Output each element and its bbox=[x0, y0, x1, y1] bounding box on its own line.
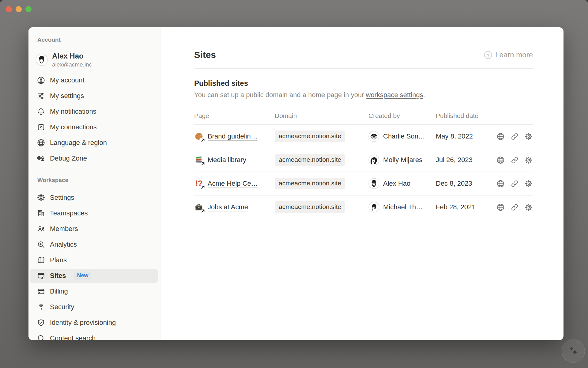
account-user[interactable]: Alex Hao alex@acme.inc bbox=[30, 51, 158, 68]
gear-icon[interactable] bbox=[525, 132, 533, 141]
bell-icon bbox=[37, 107, 45, 116]
minimize-window-button[interactable] bbox=[16, 6, 22, 12]
sidebar-item-analytics[interactable]: Analytics bbox=[30, 237, 158, 252]
site-page-link[interactable]: Media library bbox=[208, 156, 246, 164]
sidebar-item-label: Plans bbox=[50, 256, 67, 264]
sidebar-item-my-notifications[interactable]: My notifications bbox=[30, 104, 158, 119]
column-header-page: Page bbox=[194, 112, 275, 120]
sidebar-item-my-account[interactable]: My account bbox=[30, 73, 158, 87]
globe-icon[interactable] bbox=[496, 203, 505, 211]
sidebar-item-label: Billing bbox=[50, 287, 68, 295]
published-date: May 8, 2022 bbox=[436, 132, 490, 140]
table-row: Media library acmeacme.notion.site Molly… bbox=[194, 148, 533, 172]
globe-icon bbox=[37, 138, 45, 147]
shapes-icon bbox=[37, 154, 45, 163]
credit-card-icon bbox=[37, 287, 45, 296]
published-date: Feb 28, 2021 bbox=[436, 203, 490, 211]
sidebar-item-label: Security bbox=[50, 303, 74, 311]
created-by-name: Molly Mijares bbox=[383, 156, 422, 164]
site-page-link[interactable]: Acme Help Ce… bbox=[208, 180, 258, 188]
settings-sidebar: Account Alex Hao alex@acme.inc bbox=[28, 27, 160, 340]
sites-settings-panel: Sites ? Learn more Published sites You c… bbox=[160, 27, 564, 340]
search-sparkle-icon bbox=[37, 240, 45, 249]
sidebar-item-label: Identity & provisioning bbox=[50, 319, 116, 327]
molly-avatar bbox=[368, 154, 379, 165]
michael-avatar bbox=[368, 202, 379, 213]
palette-icon bbox=[194, 132, 203, 141]
table-header-row: Page Domain Created by Published date bbox=[194, 107, 533, 125]
sparkles-icon bbox=[567, 344, 580, 358]
sidebar-item-label: Language & region bbox=[50, 139, 107, 147]
external-link-arrow-icon bbox=[201, 209, 205, 213]
map-icon bbox=[37, 256, 45, 264]
gear-icon bbox=[37, 193, 45, 202]
workspace-section-label: Workspace bbox=[37, 176, 158, 184]
link-icon[interactable] bbox=[511, 203, 519, 211]
building-icon bbox=[37, 209, 45, 218]
sidebar-item-label: Sites bbox=[50, 272, 66, 280]
sidebar-item-teamspaces[interactable]: Teamspaces bbox=[30, 206, 158, 220]
sidebar-item-my-settings[interactable]: My settings bbox=[30, 89, 158, 103]
sidebar-item-my-connections[interactable]: My connections bbox=[30, 120, 158, 134]
site-page-link[interactable]: Brand guidelin… bbox=[208, 132, 258, 140]
description-period: . bbox=[423, 91, 425, 99]
briefcase-icon bbox=[194, 203, 203, 212]
close-window-button[interactable] bbox=[6, 6, 12, 12]
settings-dialog: Account Alex Hao alex@acme.inc bbox=[28, 27, 564, 340]
exclamation-question-icon: !? bbox=[194, 179, 203, 188]
page-title: Sites bbox=[194, 50, 216, 60]
alex-avatar bbox=[36, 54, 48, 66]
sidebar-item-plans[interactable]: Plans bbox=[30, 253, 158, 267]
external-link-arrow-icon bbox=[201, 185, 205, 190]
sidebar-item-content-search[interactable]: Content search bbox=[30, 331, 158, 340]
site-page-link[interactable]: Jobs at Acme bbox=[208, 203, 248, 211]
domain-pill: acmeacme.notion.site bbox=[275, 201, 345, 213]
sidebar-item-identity-provisioning[interactable]: Identity & provisioning bbox=[30, 316, 158, 330]
sidebar-item-label: My notifications bbox=[50, 108, 96, 116]
published-date: Dec 8, 2023 bbox=[436, 180, 490, 188]
table-row: Jobs at Acme acmeacme.notion.site Michae… bbox=[194, 195, 533, 219]
column-header-created-by: Created by bbox=[368, 112, 436, 120]
sidebar-item-security[interactable]: Security bbox=[30, 300, 158, 314]
domain-pill: acmeacme.notion.site bbox=[275, 131, 345, 142]
sidebar-item-label: My settings bbox=[50, 92, 84, 100]
published-sites-description: You can set up a public domain and a hom… bbox=[194, 90, 533, 100]
gear-icon[interactable] bbox=[525, 180, 533, 188]
sidebar-item-label: Content search bbox=[50, 334, 96, 340]
sidebar-item-sites[interactable]: Sites New bbox=[30, 269, 158, 283]
notion-ai-button[interactable] bbox=[562, 340, 585, 363]
link-icon[interactable] bbox=[511, 180, 519, 188]
workspace-settings-link[interactable]: workspace settings bbox=[366, 91, 423, 99]
published-date: Jul 26, 2023 bbox=[436, 156, 490, 164]
sidebar-item-billing[interactable]: Billing bbox=[30, 284, 158, 298]
globe-icon[interactable] bbox=[496, 132, 505, 141]
user-email: alex@acme.inc bbox=[52, 61, 92, 68]
link-icon[interactable] bbox=[511, 156, 519, 164]
header-divider bbox=[194, 68, 533, 69]
globe-icon[interactable] bbox=[496, 156, 505, 164]
column-header-published-date: Published date bbox=[436, 112, 490, 120]
sidebar-item-members[interactable]: Members bbox=[30, 222, 158, 236]
arrow-up-right-box-icon bbox=[37, 123, 45, 131]
sidebar-item-label: Settings bbox=[50, 194, 74, 202]
user-name: Alex Hao bbox=[52, 52, 92, 60]
sidebar-item-settings[interactable]: Settings bbox=[30, 191, 158, 205]
shield-check-icon bbox=[37, 318, 45, 327]
column-header-domain: Domain bbox=[275, 112, 368, 120]
external-link-arrow-icon bbox=[201, 161, 205, 166]
sliders-icon bbox=[37, 92, 45, 100]
gear-icon[interactable] bbox=[525, 203, 533, 211]
created-by-name: Michael Th… bbox=[383, 203, 423, 211]
zoom-window-button[interactable] bbox=[25, 6, 32, 12]
globe-icon[interactable] bbox=[496, 180, 505, 188]
sidebar-item-debug-zone[interactable]: Debug Zone bbox=[30, 151, 158, 165]
learn-more-label: Learn more bbox=[495, 51, 533, 59]
browser-cursor-icon bbox=[37, 271, 45, 280]
learn-more-link[interactable]: ? Learn more bbox=[484, 51, 533, 59]
description-text: You can set up a public domain and a hom… bbox=[194, 91, 366, 99]
sidebar-item-language-region[interactable]: Language & region bbox=[30, 136, 158, 150]
link-icon[interactable] bbox=[511, 132, 519, 141]
gear-icon[interactable] bbox=[525, 156, 533, 164]
sidebar-item-label: My account bbox=[50, 76, 85, 84]
books-icon bbox=[194, 155, 203, 165]
